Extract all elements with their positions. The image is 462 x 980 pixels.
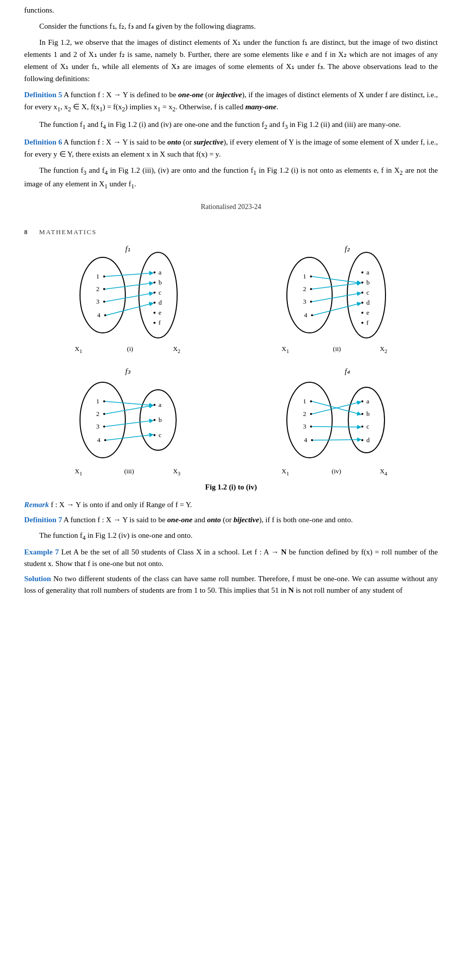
svg-text:2: 2 [303, 285, 306, 293]
example7: Example 7 Let A be the set of all 50 stu… [24, 546, 438, 569]
f1-x1-label: X1 [75, 344, 83, 355]
svg-point-61 [103, 426, 105, 428]
svg-point-28 [287, 257, 332, 333]
svg-point-15 [153, 292, 156, 294]
svg-text:c: c [366, 289, 369, 296]
remark-text: f : X → Y is onto if and only if Range o… [49, 501, 192, 509]
def5-text: A function f : X → Y is defined to be on… [24, 91, 438, 111]
f3-x1-label: X1 [75, 466, 83, 477]
remark-label: Remark [24, 501, 49, 509]
svg-text:f₃: f₃ [125, 367, 130, 375]
page: functions. Consider the functions f₁, f₂… [0, 0, 462, 596]
svg-text:4: 4 [97, 311, 101, 319]
svg-point-80 [310, 413, 312, 415]
diagram-f1: f₁ 1 2 3 4 a b c [75, 242, 181, 355]
definition7: Definition 7 A function f : X → Y is sai… [24, 514, 438, 526]
svg-line-73 [105, 421, 153, 427]
svg-point-56 [140, 390, 176, 450]
svg-text:c: c [159, 289, 162, 296]
svg-text:2: 2 [96, 285, 100, 293]
solution: Solution No two different students of th… [24, 573, 438, 596]
diagrams-row-1: f₁ 1 2 3 4 a b c [24, 242, 438, 355]
definition6: Definition 6 A function f : X → Y is sai… [24, 136, 438, 160]
def5-one-one: one-one [178, 91, 203, 99]
svg-point-17 [153, 302, 156, 304]
svg-point-63 [104, 439, 106, 441]
f3-x3-label: X3 [173, 466, 181, 477]
svg-point-82 [310, 426, 312, 428]
svg-text:b: b [366, 410, 370, 417]
svg-point-36 [311, 314, 313, 316]
svg-line-72 [105, 405, 153, 414]
svg-point-13 [153, 282, 156, 284]
svg-point-55 [80, 382, 125, 458]
svg-point-69 [153, 434, 156, 436]
svg-point-86 [361, 400, 363, 402]
svg-text:f₁: f₁ [125, 245, 130, 253]
svg-point-11 [153, 271, 156, 273]
continuation-text: functions. [24, 4, 438, 16]
f1-x2-label: X2 [173, 344, 181, 355]
svg-text:e: e [366, 309, 369, 316]
def7-text: A function f : X → Y is said to be one-o… [62, 516, 353, 524]
svg-text:3: 3 [303, 423, 306, 430]
svg-point-92 [361, 439, 363, 441]
svg-text:d: d [366, 436, 370, 444]
svg-text:f₂: f₂ [344, 245, 350, 253]
f4-x4-label: X4 [380, 466, 388, 477]
svg-point-76 [287, 382, 332, 458]
svg-point-21 [153, 322, 156, 324]
def7-one-one: one-one [167, 516, 192, 524]
svg-f1: f₁ 1 2 3 4 a b c [75, 242, 181, 343]
svg-text:1: 1 [96, 397, 100, 405]
diagram-f3: f₃ 1 2 3 4 a b c [75, 365, 181, 477]
subject-label: MATHEMATICS [39, 228, 97, 236]
diagrams-row-2: f₃ 1 2 3 4 a b c [24, 365, 438, 477]
example7-label: Example 7 [24, 548, 59, 556]
def7-onto: onto [207, 516, 221, 524]
svg-text:d: d [159, 299, 162, 306]
svg-text:a: a [366, 268, 369, 276]
def7-bijective: bijective [234, 516, 259, 524]
rationalised-text: Rationalised 2023-24 [24, 201, 438, 212]
svg-point-48 [361, 322, 363, 324]
svg-point-90 [361, 426, 363, 428]
top-continuation: functions. Consider the functions f₁, f₂… [24, 0, 438, 191]
f2-x1-label: X1 [282, 344, 289, 355]
definition5: Definition 5 A function f : X → Y is def… [24, 89, 438, 114]
svg-point-78 [310, 400, 312, 402]
f4-labels: X1 (iv) X4 [282, 466, 388, 477]
svg-text:2: 2 [303, 410, 306, 417]
svg-text:d: d [366, 299, 370, 306]
f4-caption: (iv) [332, 466, 341, 477]
svg-point-1 [80, 257, 125, 333]
svg-text:2: 2 [96, 410, 100, 417]
f3-caption: (iii) [124, 466, 134, 477]
svg-line-74 [106, 435, 153, 440]
f2-labels: X1 (ii) X2 [282, 344, 388, 355]
svg-text:f: f [159, 319, 161, 326]
remark: Remark f : X → Y is onto if and only if … [24, 499, 438, 511]
svg-line-24 [105, 283, 153, 289]
svg-point-34 [310, 301, 312, 303]
svg-text:f: f [366, 319, 369, 326]
svg-text:e: e [159, 309, 162, 316]
svg-point-30 [310, 275, 312, 277]
svg-point-46 [361, 312, 363, 314]
svg-point-40 [361, 282, 363, 284]
para4: The function f3 and f4 in Fig 1.2 (iii),… [24, 164, 438, 191]
svg-text:b: b [366, 278, 370, 286]
diagram-f4: f₄ 1 2 3 4 a b c [282, 365, 388, 477]
svg-text:c: c [159, 431, 162, 439]
svg-text:4: 4 [97, 436, 101, 444]
f2-caption: (ii) [333, 344, 341, 355]
svg-text:1: 1 [96, 272, 100, 280]
svg-line-71 [105, 401, 153, 405]
page-number: 8 [24, 228, 29, 236]
svg-text:3: 3 [96, 423, 100, 430]
fig-caption: Fig 1.2 (i) to (iv) [24, 481, 438, 493]
f1-caption: (i) [127, 344, 133, 355]
para5: The function f4 in Fig 1.2 (iv) is one-o… [24, 530, 438, 543]
svg-line-23 [105, 273, 153, 276]
svg-f2: f₂ 1 2 3 4 a b c [282, 242, 388, 343]
